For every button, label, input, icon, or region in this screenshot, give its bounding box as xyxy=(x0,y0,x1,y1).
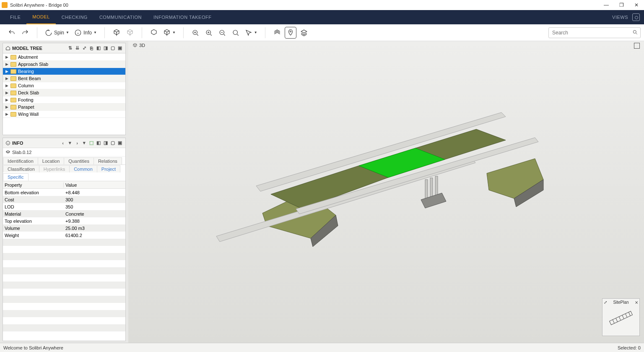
views-label[interactable]: VIEWS xyxy=(612,15,628,20)
info-dropdown[interactable]: Info ▼ xyxy=(73,27,99,39)
menu-communication[interactable]: COMMUNICATION xyxy=(93,10,148,24)
map-pin-tool[interactable] xyxy=(285,27,296,39)
tree-tool-8[interactable]: ▣ xyxy=(117,45,123,51)
prop-row-empty xyxy=(3,260,125,267)
redo-button[interactable] xyxy=(19,27,31,39)
tree-tool-3[interactable]: ⤢ xyxy=(81,45,87,51)
viewport-3d[interactable]: 3D xyxy=(128,41,644,343)
siteplan-expand-icon[interactable]: ⤢ xyxy=(604,300,607,305)
folder-icon xyxy=(10,112,16,117)
tree-item-footing[interactable]: ▶ Footing xyxy=(3,96,125,103)
prop-table: Bottom elevation+8.448Cost300LOD350Mater… xyxy=(3,189,125,341)
tree-item-label: Parapet xyxy=(18,104,34,110)
tree-item-label: Abutment xyxy=(18,55,38,60)
focus-icon[interactable] xyxy=(632,13,640,21)
tree-item-label: Wing Wall xyxy=(18,112,39,117)
cube-tool-1[interactable] xyxy=(111,27,122,39)
search-input[interactable] xyxy=(548,27,641,38)
model-tree-title: MODEL TREE xyxy=(12,46,42,51)
maximize-button[interactable]: ❐ xyxy=(614,0,629,10)
expand-arrow-icon[interactable]: ▶ xyxy=(5,98,9,102)
cube-outline-tool[interactable] xyxy=(148,27,160,39)
tab-location[interactable]: Location xyxy=(38,157,65,164)
info-prev[interactable]: ‹ xyxy=(60,140,66,146)
folder-icon xyxy=(10,62,16,67)
grid-tool[interactable] xyxy=(271,27,283,39)
prop-row[interactable]: Cost300 xyxy=(3,196,125,203)
siteplan-panel[interactable]: ⤢ SitePlan ⨯ xyxy=(602,298,640,336)
viewport-label: 3D xyxy=(132,43,145,48)
svg-rect-20 xyxy=(430,178,433,199)
tab-project[interactable]: Project xyxy=(97,165,120,172)
tab-specific[interactable]: Specific xyxy=(3,173,29,181)
menu-information-takeoff[interactable]: INFORMATION TAKEOFF xyxy=(148,10,217,24)
prop-row[interactable]: Weight61400.2 xyxy=(3,232,125,239)
layers-tool[interactable] xyxy=(298,27,310,39)
prop-row[interactable]: MaterialConcrete xyxy=(3,210,125,217)
expand-arrow-icon[interactable]: ▶ xyxy=(5,83,9,88)
tree-item-abutment[interactable]: ▶ Abutment xyxy=(3,53,125,60)
minimize-button[interactable]: — xyxy=(599,0,614,10)
tree-item-column[interactable]: ▶ Column xyxy=(3,82,125,89)
tree-tool-2[interactable]: ⇊ xyxy=(74,45,80,51)
tree-item-wing-wall[interactable]: ▶ Wing Wall xyxy=(3,110,125,117)
tree-tool-4[interactable]: ⎘ xyxy=(88,45,94,51)
zoom-out-button[interactable] xyxy=(216,27,228,39)
tree-item-approach-slab[interactable]: ▶ Approach Slab xyxy=(3,60,125,68)
siteplan-close-icon[interactable]: ⨯ xyxy=(635,300,638,305)
info-next[interactable]: › xyxy=(74,140,80,146)
close-button[interactable]: ✕ xyxy=(629,0,644,10)
tab-hyperlinks[interactable]: Hyperlinks xyxy=(39,165,70,172)
expand-arrow-icon[interactable]: ▶ xyxy=(5,76,9,81)
expand-arrow-icon[interactable]: ▶ xyxy=(5,91,9,95)
prop-name: Cost xyxy=(3,197,64,202)
zoom-fit-button[interactable] xyxy=(190,27,201,39)
menu-file[interactable]: FILE xyxy=(4,10,26,24)
menu-checking[interactable]: CHECKING xyxy=(56,10,93,24)
tab-relations[interactable]: Relations xyxy=(93,157,122,164)
undo-button[interactable] xyxy=(6,27,18,39)
tab-quantities[interactable]: Quantities xyxy=(64,157,94,164)
tree-item-deck-slab[interactable]: ▶ Deck Slab xyxy=(3,89,125,96)
prop-row[interactable]: Volume25.00 m3 xyxy=(3,224,125,232)
tree-item-label: Column xyxy=(18,83,34,88)
prop-row-empty xyxy=(3,303,125,310)
info-box4[interactable]: ▣ xyxy=(117,140,123,146)
prop-row[interactable]: Top elevation+9.388 xyxy=(3,217,125,224)
expand-arrow-icon[interactable]: ▶ xyxy=(5,62,9,66)
zoom-in-button[interactable] xyxy=(203,27,215,39)
cube-dropdown-tool[interactable]: ▼ xyxy=(161,27,177,39)
tree-tool-7[interactable]: ▢ xyxy=(110,45,116,51)
prop-row-empty xyxy=(3,324,125,331)
tab-classification[interactable]: Classification xyxy=(3,165,39,172)
zoom-area-button[interactable] xyxy=(230,27,242,39)
expand-arrow-icon[interactable]: ▶ xyxy=(5,69,9,73)
spin-dropdown[interactable]: Spin ▼ xyxy=(43,27,71,39)
tab-identification[interactable]: Identification xyxy=(3,157,38,164)
tree-tool-5[interactable]: ◧ xyxy=(96,45,101,51)
expand-arrow-icon[interactable]: ▶ xyxy=(5,55,9,59)
expand-arrow-icon[interactable]: ▶ xyxy=(5,105,9,109)
tree-item-parapet[interactable]: ▶ Parapet xyxy=(3,103,125,110)
info-box1[interactable]: ◧ xyxy=(96,140,101,146)
info-link-icon[interactable]: ⬚ xyxy=(88,140,94,146)
cursor-dropdown[interactable]: ▼ xyxy=(243,27,259,39)
info-box3[interactable]: ▢ xyxy=(110,140,116,146)
tree-tool-1[interactable]: ⇅ xyxy=(67,45,73,51)
info-dd2[interactable]: ▾ xyxy=(81,140,87,146)
tree-tool-6[interactable]: ◨ xyxy=(103,45,109,51)
prop-name: Weight xyxy=(3,233,64,238)
prop-value: 61400.2 xyxy=(64,233,125,238)
cube-tool-2[interactable] xyxy=(124,27,136,39)
prop-row[interactable]: LOD350 xyxy=(3,203,125,210)
viewport-maximize-button[interactable] xyxy=(634,43,640,49)
info-dd1[interactable]: ▾ xyxy=(67,140,73,146)
expand-arrow-icon[interactable]: ▶ xyxy=(5,112,9,116)
tab-common[interactable]: Common xyxy=(69,165,97,172)
prop-row[interactable]: Bottom elevation+8.448 xyxy=(3,189,125,196)
prop-value: Concrete xyxy=(64,211,125,216)
info-box2[interactable]: ◨ xyxy=(103,140,109,146)
tree-item-bent-beam[interactable]: ▶ Bent Beam xyxy=(3,75,125,82)
menu-model[interactable]: MODEL xyxy=(26,10,56,24)
tree-item-bearing[interactable]: ▶ Bearing xyxy=(3,68,125,75)
